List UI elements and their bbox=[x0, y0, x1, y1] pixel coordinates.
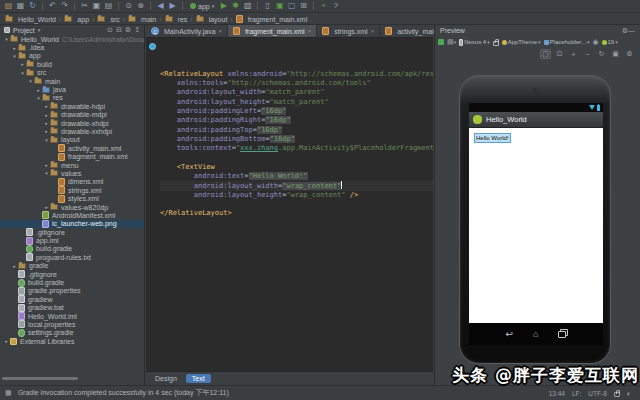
tree-item-main[interactable]: ▾main bbox=[0, 77, 144, 85]
tree-item-gradle-properties[interactable]: gradle.properties bbox=[0, 287, 144, 295]
tree-item-app[interactable]: ▾app bbox=[0, 52, 144, 60]
tab-text[interactable]: Text bbox=[186, 374, 211, 383]
tree-item-local-properties[interactable]: local.properties bbox=[0, 320, 144, 328]
cut-icon[interactable]: ✂ bbox=[79, 1, 90, 12]
close-icon[interactable]: × bbox=[371, 28, 375, 34]
avd-manager-icon[interactable]: ▯ bbox=[262, 1, 273, 12]
tree-item-drawable-xhdpi[interactable]: ▸drawable-xhdpi bbox=[0, 119, 144, 127]
tree-item-external-libraries[interactable]: ▸External Libraries bbox=[0, 337, 144, 345]
line-ending[interactable]: LF: bbox=[572, 390, 581, 397]
hector-icon[interactable]: ◐ bbox=[627, 390, 631, 397]
tree-item-styles-xml[interactable]: styles.xml bbox=[0, 194, 144, 202]
breadcrumb-item[interactable]: src bbox=[97, 16, 119, 23]
tree-item-app-iml[interactable]: app.iml bbox=[0, 236, 144, 244]
undo-icon[interactable]: ↶ bbox=[47, 1, 58, 12]
tree-right-arrow-icon[interactable]: ▸ bbox=[43, 204, 50, 210]
tree-item-drawable-hdpi[interactable]: ▸drawable-hdpi bbox=[0, 102, 144, 110]
tree-item-layout[interactable]: ▾layout bbox=[0, 136, 144, 144]
file-encoding[interactable]: UTF-8 bbox=[588, 390, 606, 397]
tree-item-build-gradle[interactable]: build.gradle bbox=[0, 245, 144, 253]
tree-down-arrow-icon[interactable]: ▾ bbox=[27, 78, 34, 84]
sync-icon[interactable]: ↻ bbox=[27, 1, 38, 12]
tree-item-activity-main-xml[interactable]: activity_main.xml bbox=[0, 144, 144, 152]
open-icon[interactable]: ▤ bbox=[3, 1, 14, 12]
editor-tab-strings-xml[interactable]: strings.xml× bbox=[317, 25, 380, 37]
tree-item-java[interactable]: ▸java bbox=[0, 85, 144, 93]
tree-down-arrow-icon[interactable]: ▾ bbox=[35, 95, 42, 101]
close-icon[interactable]: × bbox=[219, 28, 223, 34]
phone-content[interactable]: Hello World! bbox=[469, 128, 603, 323]
add-icon[interactable]: + bbox=[318, 1, 329, 12]
project-structure-icon[interactable]: ⊞ bbox=[298, 1, 309, 12]
gutter-preview-icon[interactable] bbox=[149, 43, 156, 50]
toolwindow-toggle-icon[interactable]: ▦ bbox=[5, 389, 12, 397]
tree-item-values-w820dp[interactable]: ▸values-w820dp bbox=[0, 203, 144, 211]
caret-position[interactable]: 13:44 bbox=[549, 390, 565, 397]
back-icon[interactable]: ↩ bbox=[506, 330, 514, 339]
tree-item-build-gradle[interactable]: build.gradle bbox=[0, 278, 144, 286]
home-icon[interactable]: ⌂ bbox=[533, 330, 538, 339]
theme-selector[interactable]: AppTheme▾ bbox=[502, 39, 541, 45]
tree-down-arrow-icon[interactable]: ▾ bbox=[43, 170, 50, 176]
tree-item-androidmanifest-xml[interactable]: AndroidManifest.xml bbox=[0, 211, 144, 219]
scope-icon[interactable]: ⊙ bbox=[107, 26, 113, 34]
breadcrumb-item[interactable]: res bbox=[165, 16, 188, 23]
tree-down-arrow-icon[interactable]: ▾ bbox=[3, 36, 10, 42]
device-monitor-icon[interactable]: ▢ bbox=[286, 1, 297, 12]
hide-panel-icon[interactable]: — bbox=[628, 27, 635, 34]
save-all-icon[interactable]: ▦ bbox=[15, 1, 26, 12]
locale-globe-icon[interactable]: ◉ bbox=[592, 38, 598, 46]
project-horizontal-scrollbar[interactable] bbox=[2, 377, 78, 380]
redo-icon[interactable]: ↷ bbox=[59, 1, 70, 12]
sdk-manager-icon[interactable]: ▣ bbox=[274, 1, 285, 12]
tree-right-arrow-icon[interactable]: ▸ bbox=[43, 162, 50, 168]
breadcrumb-item[interactable]: Hello_World bbox=[5, 16, 56, 23]
back-icon[interactable]: ◀ bbox=[155, 1, 166, 12]
paste-icon[interactable]: ▤ bbox=[103, 1, 114, 12]
tree-right-arrow-icon[interactable]: ▸ bbox=[3, 338, 10, 344]
tree-item-drawable-mdpi[interactable]: ▸drawable-mdpi bbox=[0, 111, 144, 119]
close-icon[interactable]: × bbox=[308, 28, 312, 34]
copy-icon[interactable]: ▣ bbox=[91, 1, 102, 12]
tree-right-arrow-icon[interactable]: ▸ bbox=[43, 112, 50, 118]
refresh-icon[interactable]: ↻ bbox=[596, 49, 607, 59]
help-icon[interactable]: ? bbox=[330, 1, 341, 12]
tree-item-drawable-xxhdpi[interactable]: ▸drawable-xxhdpi bbox=[0, 127, 144, 135]
hide-panel-icon[interactable]: ↥ bbox=[134, 26, 140, 34]
tree-down-arrow-icon[interactable]: ▾ bbox=[19, 70, 26, 76]
tree-item--gitignore[interactable]: .gitignore bbox=[0, 228, 144, 236]
recents-icon[interactable] bbox=[558, 331, 566, 338]
tree-item-hello-world[interactable]: ▾Hello_WorldC:\Users\Administrator\Docum… bbox=[0, 35, 144, 43]
fragment-selector[interactable]: Placeholder...▾ bbox=[544, 39, 590, 45]
screenshot-icon[interactable]: ▣ bbox=[610, 49, 621, 59]
zoom-settings-icon[interactable]: ⚙ bbox=[624, 49, 635, 59]
tree-right-arrow-icon[interactable]: ▸ bbox=[11, 263, 18, 269]
collapse-all-icon[interactable]: ⊟ bbox=[116, 26, 122, 34]
tree-right-arrow-icon[interactable]: ▸ bbox=[43, 103, 50, 109]
configuration-icon[interactable]: ▤▾ bbox=[447, 38, 456, 46]
tree-item-res[interactable]: ▾res bbox=[0, 94, 144, 102]
tree-right-arrow-icon[interactable]: ▸ bbox=[19, 61, 26, 67]
zoom-fit-icon[interactable]: ▢ bbox=[540, 49, 551, 59]
phone-screen[interactable]: Hello_World Hello World! ↩ ⌂ bbox=[469, 103, 603, 345]
forward-icon[interactable]: ▶ bbox=[167, 1, 178, 12]
tree-item-values[interactable]: ▾values bbox=[0, 169, 144, 177]
tree-item-hello-world-iml[interactable]: Hello_World.iml bbox=[0, 312, 144, 320]
readonly-lock-icon[interactable] bbox=[614, 392, 620, 397]
tree-down-arrow-icon[interactable]: ▾ bbox=[11, 53, 18, 59]
debug-icon[interactable]: ✱ bbox=[230, 1, 241, 12]
breadcrumb-item[interactable]: app bbox=[64, 16, 89, 23]
editor-tab-mainactivity-java[interactable]: MainActivity.java× bbox=[146, 25, 228, 37]
run-icon[interactable]: ▶ bbox=[218, 1, 229, 12]
tree-item--gitignore[interactable]: .gitignore bbox=[0, 270, 144, 278]
tree-item-src[interactable]: ▾src bbox=[0, 69, 144, 77]
tree-item-build[interactable]: ▸build bbox=[0, 60, 144, 68]
tree-item-settings-gradle[interactable]: settings.gradle bbox=[0, 329, 144, 337]
chevron-down-icon[interactable]: ▾ bbox=[38, 27, 41, 33]
tab-design[interactable]: Design bbox=[149, 374, 183, 383]
tree-item-gradlew-bat[interactable]: gradlew.bat bbox=[0, 304, 144, 312]
find-icon[interactable]: ⊙ bbox=[123, 1, 134, 12]
tree-right-arrow-icon[interactable]: ▸ bbox=[43, 128, 50, 134]
zoom-in-icon[interactable]: + bbox=[568, 49, 579, 59]
breadcrumb-item[interactable]: layout bbox=[196, 16, 228, 23]
